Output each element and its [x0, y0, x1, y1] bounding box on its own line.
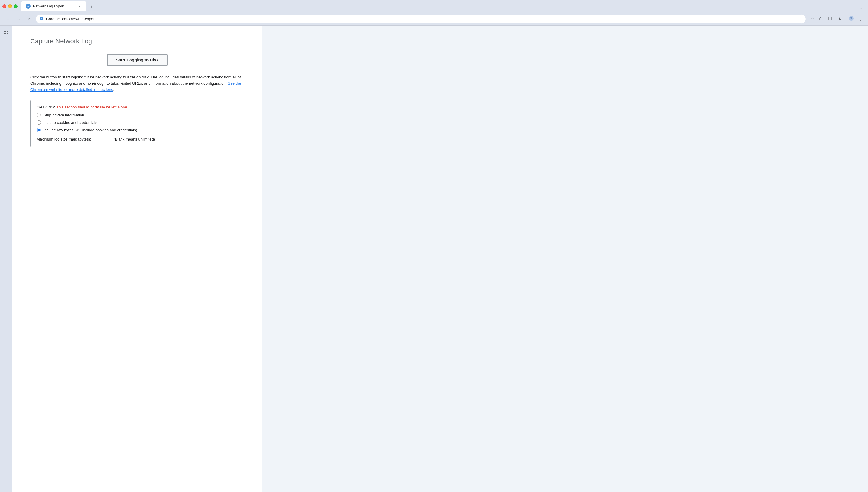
options-box: OPTIONS: This section should normally be…: [30, 100, 244, 147]
profile-icon: [849, 16, 854, 22]
radio-include-cookies-label: Include cookies and credentials: [43, 120, 97, 125]
radio-group: Strip private information Include cookie…: [36, 113, 238, 132]
nav-bar: ← → ↺ Chrome chrome://net-export ☆: [0, 13, 868, 26]
new-tab-button[interactable]: +: [88, 3, 96, 11]
start-logging-button[interactable]: Start Logging to Disk: [107, 54, 168, 66]
description-text: Click the button to start logging future…: [30, 74, 244, 93]
svg-rect-9: [6, 33, 8, 34]
maximize-traffic-light[interactable]: [14, 4, 18, 8]
description-period: .: [113, 87, 114, 92]
log-size-input[interactable]: [93, 136, 112, 142]
back-icon: ←: [6, 17, 10, 21]
radio-include-raw[interactable]: Include raw bytes (will include cookies …: [36, 128, 238, 132]
address-bar[interactable]: Chrome chrome://net-export: [36, 14, 806, 24]
menu-icon: ⋮: [858, 17, 862, 21]
radio-include-raw-input[interactable]: [36, 128, 41, 132]
options-header-label: OPTIONS:: [36, 105, 55, 109]
forward-icon: →: [16, 17, 21, 21]
nav-icons: ☆ ⚗: [808, 15, 864, 23]
tab-close-button[interactable]: ×: [77, 4, 82, 8]
svg-point-5: [850, 17, 852, 19]
extension-cast-button[interactable]: [817, 15, 825, 23]
close-traffic-light[interactable]: [2, 4, 6, 8]
radio-strip-private[interactable]: Strip private information: [36, 113, 238, 117]
cast-icon: [819, 16, 824, 22]
star-icon: ☆: [811, 17, 815, 21]
address-favicon-icon: [40, 16, 44, 21]
tab-favicon-icon: [26, 4, 31, 8]
svg-rect-7: [6, 31, 8, 32]
svg-rect-3: [829, 17, 832, 20]
grid-icon: [4, 30, 8, 36]
options-header: OPTIONS: This section should normally be…: [36, 105, 238, 109]
page-title: Capture Network Log: [30, 38, 244, 45]
svg-rect-2: [820, 19, 823, 20]
reload-icon: ↺: [27, 17, 31, 21]
radio-include-cookies-input[interactable]: [36, 120, 41, 125]
tab-title: Network Log Export: [33, 4, 75, 8]
address-source-label: Chrome: [46, 17, 60, 21]
svg-rect-6: [4, 31, 6, 32]
page-content: Capture Network Log Start Logging to Dis…: [13, 26, 262, 492]
menu-button[interactable]: ⋮: [856, 15, 864, 23]
options-header-note: This section should normally be left alo…: [56, 105, 128, 109]
active-tab[interactable]: Network Log Export ×: [21, 1, 86, 11]
svg-rect-8: [4, 33, 6, 34]
address-url: chrome://net-export: [62, 17, 96, 21]
radio-include-cookies[interactable]: Include cookies and credentials: [36, 120, 238, 125]
log-size-row: Maximum log size (megabytes): (Blank mea…: [36, 136, 238, 142]
radio-strip-private-label: Strip private information: [43, 113, 84, 117]
log-size-hint: (Blank means unlimited): [114, 137, 155, 142]
tab-bar-end: ⌄: [857, 4, 866, 11]
puzzle-icon: [828, 16, 833, 22]
reload-button[interactable]: ↺: [25, 15, 33, 23]
extension-lab-button[interactable]: ⚗: [835, 15, 843, 23]
back-button[interactable]: ←: [4, 15, 12, 23]
description-body: Click the button to start logging future…: [30, 75, 241, 85]
extension-puzzle-button[interactable]: [826, 15, 835, 23]
browser-window: Network Log Export × + ⌄ ← → ↺: [0, 0, 868, 492]
title-bar: Network Log Export × + ⌄: [0, 0, 868, 13]
radio-strip-private-input[interactable]: [36, 113, 41, 117]
log-size-label: Maximum log size (megabytes):: [36, 137, 91, 142]
traffic-lights: [2, 4, 18, 8]
side-panel: [0, 26, 13, 492]
minimize-traffic-light[interactable]: [8, 4, 12, 8]
tab-bar: Network Log Export × + ⌄: [21, 1, 866, 11]
radio-include-raw-label: Include raw bytes (will include cookies …: [43, 128, 137, 132]
lab-icon: ⚗: [837, 17, 841, 21]
bookmark-star-button[interactable]: ☆: [808, 15, 817, 23]
apps-grid-button[interactable]: [1, 28, 11, 38]
forward-button[interactable]: →: [14, 15, 23, 23]
nav-separator: [845, 16, 845, 22]
profile-button[interactable]: [847, 15, 855, 23]
tab-list-expand-button[interactable]: ⌄: [857, 4, 866, 11]
